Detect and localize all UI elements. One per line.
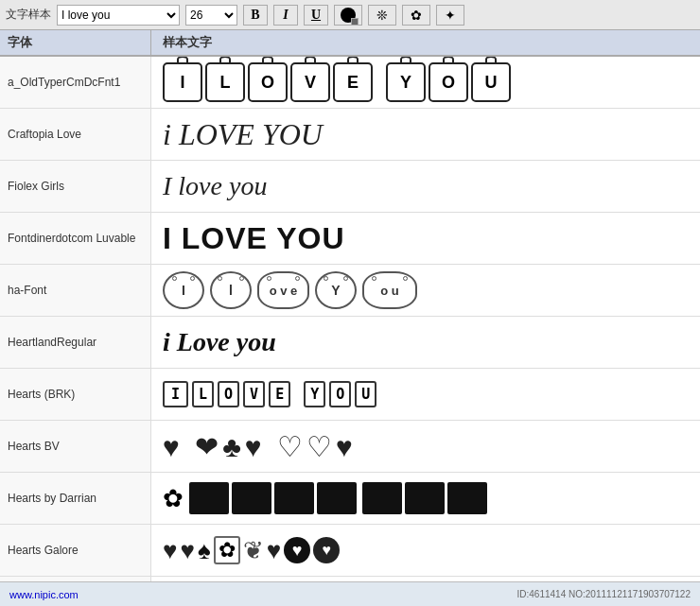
grid-icon-button[interactable]: ❊ (368, 5, 396, 26)
sample-column-header: 样本文字 (151, 34, 700, 51)
toolbar: 文字样本 I love you 26 B I U ❊ ✿ ✦ (0, 0, 700, 30)
table-row[interactable]: Hearts BV ♥ ❤♣♥ ♡♡♥ (0, 421, 700, 473)
table-row[interactable]: Hearts (BRK) I L O V E Y O U (0, 369, 700, 421)
font-column-header: 字体 (0, 30, 151, 55)
watermark-id: ID:4611414 NO:20111121171903707122 (517, 589, 691, 599)
font-sample: I L O V E (151, 57, 700, 108)
font-name: Hearts BV (0, 421, 151, 472)
font-sample: I LOVE YOU (151, 216, 700, 262)
font-list[interactable]: a_OldTyperCmDcFnt1 I L O (0, 57, 700, 581)
italic-button[interactable]: I (273, 5, 298, 26)
star-icon-button[interactable]: ✦ (436, 5, 464, 26)
font-name: a_OldTyperCmDcFnt1 (0, 57, 151, 108)
table-row[interactable]: Hearts by Darrian ✿ (0, 473, 700, 525)
flower-icon-button[interactable]: ✿ (402, 5, 430, 26)
table-row[interactable]: HeartlandRegular i Love you (0, 317, 700, 369)
color-circle (341, 8, 356, 23)
font-sample: I love you (151, 165, 700, 207)
table-row[interactable]: Fiolex Girls I love you (0, 161, 700, 213)
font-name: HeartlandRegular (0, 317, 151, 368)
sample-text-select[interactable]: I love you (57, 5, 180, 26)
font-sample: I l o v e Y (151, 266, 700, 315)
font-sample: ♥ ♥ ♠ ✿ ❦ ♥ ♥ ♥ (151, 530, 700, 571)
table-row[interactable]: a_OldTyperCmDcFnt1 I L O (0, 57, 700, 109)
table-row[interactable]: Craftopia Love i LOVE YOU (0, 109, 700, 161)
font-sample: i Love you (151, 321, 700, 363)
font-name: ha-Font (0, 265, 151, 316)
watermark-url: www.nipic.com (9, 589, 79, 600)
font-name: Hearts by Darrian (0, 473, 151, 524)
font-sample: ♥ ❤♣♥ ♡♡♥ (151, 424, 700, 469)
bold-button[interactable]: B (243, 5, 268, 26)
font-sample: ✿ (151, 476, 700, 520)
watermark-bar: www.nipic.com ID:4611414 NO:201111211719… (0, 581, 700, 606)
toolbar-label: 文字样本 (6, 7, 51, 23)
color-tiny-swatch (351, 18, 359, 26)
table-row[interactable]: ha-Font I l (0, 265, 700, 317)
table-row[interactable]: Fontdinerdotcom Luvable I LOVE YOU (0, 213, 700, 265)
font-name: Fiolex Girls (0, 161, 151, 212)
table-row[interactable]: Hearts Galore ♥ ♥ ♠ ✿ ❦ ♥ ♥ ♥ (0, 525, 700, 577)
font-name: Hearts Galore (0, 525, 151, 576)
main-area: 字体 样本文字 a_OldTyperCmDcFnt1 I L (0, 30, 700, 606)
font-size-select[interactable]: 26 (185, 5, 237, 26)
font-name: Fontdinerdotcom Luvable (0, 213, 151, 264)
font-sample: I L O V E Y O U (151, 375, 700, 413)
column-headers: 字体 样本文字 (0, 30, 700, 57)
font-name: Craftopia Love (0, 109, 151, 160)
font-sample: i LOVE YOU (151, 112, 700, 158)
color-picker-button[interactable] (334, 5, 362, 26)
underline-button[interactable]: U (304, 5, 328, 26)
font-name: Hearts (BRK) (0, 369, 151, 420)
